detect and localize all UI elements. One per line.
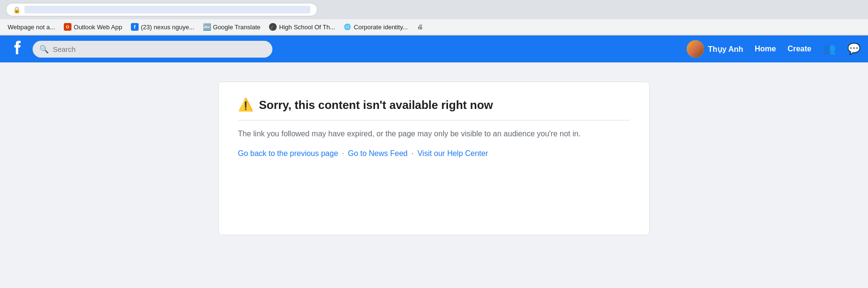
- avatar: [687, 40, 704, 58]
- avatar-image: [687, 40, 704, 58]
- bookmark-high-school[interactable]: 🎓 High School Of Th...: [265, 21, 339, 33]
- bookmark-outlook-web-app[interactable]: O Outlook Web App: [60, 21, 126, 33]
- bookmark-nexus-nguye[interactable]: f (23) nexus nguye...: [127, 21, 198, 33]
- lock-icon: 🔒: [13, 6, 21, 13]
- bookmark-webpage-not-available[interactable]: Webpage not a...: [4, 22, 59, 33]
- help-center-link[interactable]: Visit our Help Center: [417, 149, 488, 158]
- search-box[interactable]: 🔍: [33, 41, 272, 58]
- bookmark-google-translate[interactable]: 🔤 Google Translate: [199, 21, 264, 33]
- create-nav-link[interactable]: Create: [787, 45, 811, 53]
- link-separator-2: ·: [411, 149, 413, 158]
- address-bar[interactable]: 🔒: [6, 3, 317, 16]
- address-bar-row: 🔒: [0, 0, 868, 19]
- bookmark-corporate-identity[interactable]: 🌐 Corporate identity...: [340, 21, 411, 33]
- people-icon[interactable]: 👥: [823, 43, 836, 55]
- url-display: [24, 6, 310, 13]
- user-profile-nav[interactable]: Thụy Anh: [687, 40, 743, 58]
- facebook-favicon-icon: f: [131, 23, 139, 31]
- error-description: The link you followed may have expired, …: [238, 128, 630, 140]
- printer-favicon-icon: 🖨: [416, 23, 424, 31]
- warning-icon: ⚠️: [238, 97, 253, 112]
- bookmarks-bar: Webpage not a... O Outlook Web App f (23…: [0, 19, 868, 35]
- error-title-text: Sorry, this content isn't available righ…: [259, 98, 493, 112]
- link-separator-1: ·: [342, 149, 344, 158]
- bookmark-last[interactable]: 🖨: [412, 21, 428, 33]
- facebook-nav: Thụy Anh Home Create 👥 💬: [687, 40, 860, 58]
- browser-chrome: 🔒 Webpage not a... O Outlook Web App f (…: [0, 0, 868, 36]
- news-feed-link[interactable]: Go to News Feed: [348, 149, 408, 158]
- user-name: Thụy Anh: [708, 45, 743, 54]
- error-title: ⚠️ Sorry, this content isn't available r…: [238, 97, 630, 120]
- search-icon: 🔍: [39, 45, 49, 54]
- main-content: ⚠️ Sorry, this content isn't available r…: [0, 62, 868, 254]
- messenger-icon[interactable]: 💬: [847, 43, 860, 55]
- outlook-favicon-icon: O: [64, 23, 71, 31]
- facebook-logo[interactable]: [8, 38, 27, 60]
- error-card: ⚠️ Sorry, this content isn't available r…: [218, 82, 650, 235]
- google-translate-favicon-icon: 🔤: [203, 23, 211, 31]
- go-back-link[interactable]: Go back to the previous page: [238, 149, 338, 158]
- high-school-favicon-icon: 🎓: [269, 23, 277, 31]
- error-links: Go back to the previous page · Go to New…: [238, 149, 630, 158]
- home-nav-link[interactable]: Home: [755, 45, 776, 53]
- corporate-favicon-icon: 🌐: [344, 23, 352, 31]
- search-input[interactable]: [53, 45, 266, 53]
- facebook-header: 🔍 Thụy Anh Home Create 👥 💬: [0, 36, 868, 62]
